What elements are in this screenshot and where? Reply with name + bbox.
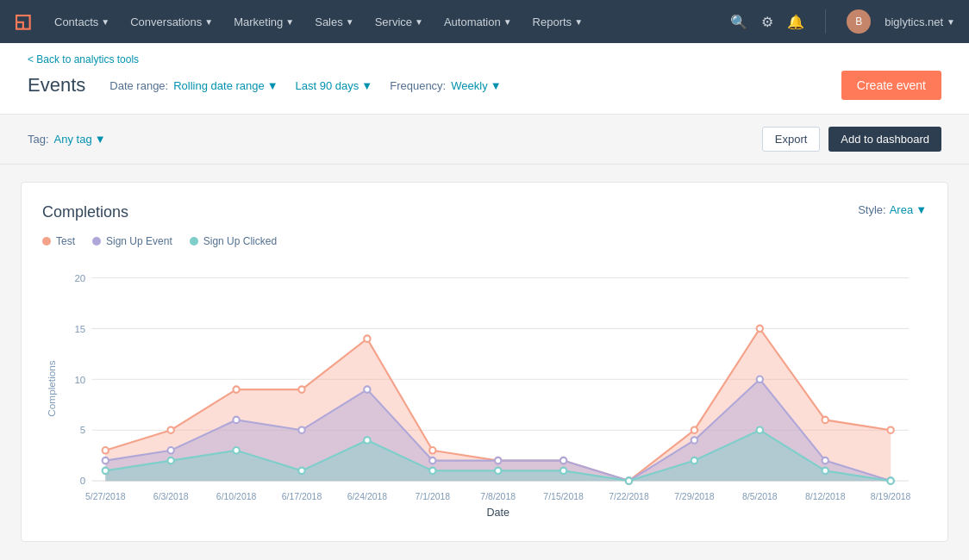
chevron-down-icon: ▼ xyxy=(503,17,512,27)
legend-dot-test xyxy=(42,237,51,246)
svg-text:6/3/2018: 6/3/2018 xyxy=(153,490,189,501)
nav-right: 🔍 ⚙ 🔔 B biglytics.net ▼ xyxy=(730,9,955,34)
test-point xyxy=(757,326,763,333)
svg-text:7/29/2018: 7/29/2018 xyxy=(674,490,715,501)
chevron-down-icon: ▼ xyxy=(285,17,294,27)
signup-clicked-point xyxy=(168,457,174,464)
tag-actions: Export Add to dashboard xyxy=(762,127,941,152)
test-point xyxy=(429,447,435,454)
test-point xyxy=(233,386,239,393)
frequency-filter: Frequency: Weekly ▼ xyxy=(390,79,501,92)
signup-event-point xyxy=(168,447,174,454)
svg-text:Date: Date xyxy=(486,506,510,518)
chart-header: Completions Style: Area ▼ xyxy=(42,203,927,221)
chart-legend: Test Sign Up Event Sign Up Clicked xyxy=(42,235,927,247)
nav-conversations[interactable]: Conversations ▼ xyxy=(122,10,222,34)
chevron-down-icon: ▼ xyxy=(346,17,354,27)
frequency-label: Frequency: xyxy=(390,79,446,92)
test-point xyxy=(691,426,697,433)
chevron-down-icon: ▼ xyxy=(267,79,278,92)
signup-clicked-point xyxy=(233,447,239,454)
page-title-row: Events Date range: Rolling date range ▼ … xyxy=(28,71,941,100)
svg-text:20: 20 xyxy=(74,272,85,283)
svg-text:0: 0 xyxy=(80,475,86,486)
chevron-down-icon: ▼ xyxy=(95,133,106,146)
legend-signup-event: Sign Up Event xyxy=(92,235,172,247)
tag-row: Tag: Any tag ▼ Export Add to dashboard xyxy=(0,115,969,165)
svg-text:Completions: Completions xyxy=(46,360,57,417)
signup-clicked-point xyxy=(103,468,109,475)
chevron-down-icon: ▼ xyxy=(947,17,955,27)
date-range-filter: Date range: Rolling date range ▼ xyxy=(109,79,278,92)
svg-text:8/5/2018: 8/5/2018 xyxy=(742,490,778,501)
signup-clicked-point xyxy=(757,426,763,433)
legend-label-signup-clicked: Sign Up Clicked xyxy=(203,235,277,247)
navbar: ◱ Contacts ▼ Conversations ▼ Marketing ▼… xyxy=(0,0,969,43)
chevron-down-icon: ▼ xyxy=(204,17,213,27)
svg-text:5/27/2018: 5/27/2018 xyxy=(85,490,126,501)
signup-clicked-point xyxy=(822,468,828,475)
signup-clicked-point xyxy=(429,468,435,475)
svg-text:7/1/2018: 7/1/2018 xyxy=(415,490,450,501)
svg-text:7/22/2018: 7/22/2018 xyxy=(609,490,649,501)
date-range-value[interactable]: Rolling date range ▼ xyxy=(173,79,278,92)
nav-divider xyxy=(825,9,826,34)
notifications-icon[interactable]: 🔔 xyxy=(787,14,804,30)
date-range-label: Date range: xyxy=(109,79,168,92)
legend-dot-signup-event xyxy=(92,237,101,246)
nav-marketing[interactable]: Marketing ▼ xyxy=(225,10,303,34)
nav-reports[interactable]: Reports ▼ xyxy=(524,10,591,34)
legend-label-signup-event: Sign Up Event xyxy=(106,235,172,247)
signup-clicked-point xyxy=(887,477,893,484)
legend-signup-clicked: Sign Up Clicked xyxy=(190,235,277,247)
create-event-button[interactable]: Create event xyxy=(841,71,941,100)
frequency-value[interactable]: Weekly ▼ xyxy=(451,79,501,92)
signup-event-point xyxy=(298,426,304,433)
svg-text:10: 10 xyxy=(74,373,85,384)
chart-title: Completions xyxy=(42,203,128,221)
signup-event-point xyxy=(560,457,566,464)
export-button[interactable]: Export xyxy=(762,127,821,152)
signup-event-point xyxy=(822,457,828,464)
chevron-down-icon: ▼ xyxy=(574,17,583,27)
chevron-down-icon: ▼ xyxy=(361,79,372,92)
user-menu[interactable]: biglytics.net ▼ xyxy=(885,16,955,28)
search-icon[interactable]: 🔍 xyxy=(730,14,747,30)
tag-label: Tag: xyxy=(28,133,49,146)
tag-value[interactable]: Any tag ▼ xyxy=(54,133,106,146)
svg-text:7/8/2018: 7/8/2018 xyxy=(480,490,516,501)
hubspot-logo: ◱ xyxy=(14,10,32,33)
signup-event-point xyxy=(103,457,109,464)
svg-text:6/24/2018: 6/24/2018 xyxy=(347,490,388,501)
test-point xyxy=(168,426,174,433)
signup-clicked-point xyxy=(626,477,632,484)
chart-style-value[interactable]: Area ▼ xyxy=(890,203,927,216)
nav-sales[interactable]: Sales ▼ xyxy=(306,10,362,34)
breadcrumb[interactable]: Back to analytics tools xyxy=(28,53,941,65)
svg-text:8/19/2018: 8/19/2018 xyxy=(871,490,911,501)
svg-text:15: 15 xyxy=(74,323,85,334)
signup-clicked-point xyxy=(364,437,370,444)
nav-automation[interactable]: Automation ▼ xyxy=(435,10,521,34)
svg-text:6/10/2018: 6/10/2018 xyxy=(216,490,257,501)
signup-event-point xyxy=(429,457,435,464)
page-title: Events xyxy=(28,74,85,96)
test-point xyxy=(103,447,109,454)
svg-text:8/12/2018: 8/12/2018 xyxy=(805,490,846,501)
nav-contacts[interactable]: Contacts ▼ xyxy=(46,10,118,34)
test-point xyxy=(822,417,828,424)
settings-icon[interactable]: ⚙ xyxy=(761,14,773,30)
last-days-value[interactable]: Last 90 days ▼ xyxy=(296,79,373,92)
signup-event-point xyxy=(233,417,239,424)
signup-clicked-point xyxy=(495,468,501,475)
legend-dot-signup-clicked xyxy=(190,237,198,246)
signup-event-point xyxy=(757,376,763,383)
chart-style: Style: Area ▼ xyxy=(858,203,927,216)
signup-event-point xyxy=(495,457,501,464)
avatar: B xyxy=(847,9,871,34)
add-to-dashboard-button[interactable]: Add to dashboard xyxy=(828,127,941,152)
svg-text:5: 5 xyxy=(80,424,85,435)
nav-service[interactable]: Service ▼ xyxy=(366,10,432,34)
chevron-down-icon: ▼ xyxy=(415,17,423,27)
chart-card: Completions Style: Area ▼ Test Sign Up E… xyxy=(21,182,948,542)
